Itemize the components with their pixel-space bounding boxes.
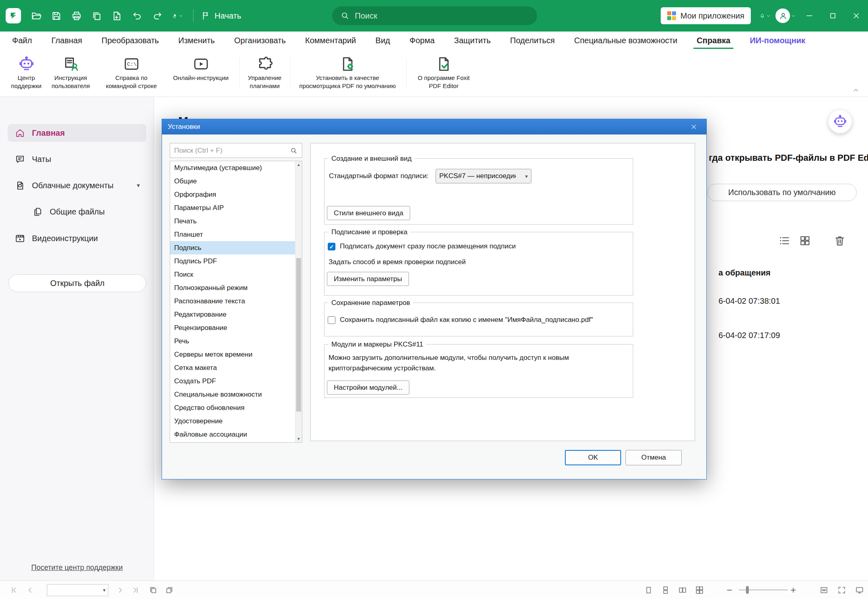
category-item[interactable]: Полноэкранный режим: [170, 281, 302, 294]
module-settings-button[interactable]: Настройки модулей...: [327, 380, 409, 395]
open-folder-icon[interactable]: [27, 7, 44, 24]
menu-item-form[interactable]: Форма: [400, 32, 444, 50]
dialog-search[interactable]: [170, 143, 302, 158]
scrollbar[interactable]: ▲ ▼: [295, 161, 302, 442]
presentation-icon[interactable]: [853, 584, 866, 596]
category-item[interactable]: Планшет: [170, 228, 302, 241]
category-item[interactable]: Речь: [170, 334, 302, 348]
new-page-icon[interactable]: [108, 7, 125, 24]
category-item-signature[interactable]: Подпись: [170, 241, 302, 254]
ribbon-support-center[interactable]: Центр поддержки: [7, 52, 46, 90]
redo-icon[interactable]: [149, 7, 166, 24]
zoom-slider-thumb[interactable]: [746, 586, 749, 594]
menu-item-help[interactable]: Справка: [687, 32, 740, 50]
category-item[interactable]: Общие: [170, 174, 302, 188]
category-item[interactable]: Подпись PDF: [170, 254, 302, 268]
menu-item-convert[interactable]: Преобразовать: [92, 32, 169, 50]
page-number-input[interactable]: [50, 586, 94, 594]
ribbon-about[interactable]: О программе Foxit PDF Editor: [413, 52, 474, 90]
chevron-down-icon[interactable]: ▾: [137, 182, 140, 189]
first-page-icon[interactable]: [8, 584, 20, 596]
checkbox-unchecked[interactable]: [328, 316, 335, 324]
category-item[interactable]: Рецензирование: [170, 321, 302, 334]
menu-item-file[interactable]: Файл: [2, 32, 42, 50]
category-item[interactable]: Печать: [170, 214, 302, 228]
last-page-icon[interactable]: [129, 584, 141, 596]
hand-tool-icon[interactable]: [169, 7, 186, 24]
global-search-input[interactable]: [355, 11, 508, 21]
menu-item-edit[interactable]: Изменить: [169, 32, 224, 50]
zoom-out-icon[interactable]: −: [724, 581, 735, 599]
ok-button[interactable]: OK: [565, 450, 621, 465]
ribbon-set-default-viewer[interactable]: Установить в качестве просмотрщика PDF п…: [295, 52, 400, 90]
ribbon-manage-plugins[interactable]: Управление плагинами: [242, 52, 287, 90]
next-page-icon[interactable]: [114, 584, 126, 596]
page-number-box[interactable]: ▾: [47, 584, 108, 596]
copy-icon[interactable]: [88, 7, 105, 24]
fit-page-icon[interactable]: [818, 584, 830, 596]
category-item[interactable]: Создать PDF: [170, 374, 302, 388]
close-button[interactable]: [845, 0, 868, 32]
change-settings-button[interactable]: Изменить параметры: [327, 272, 409, 286]
open-file-button[interactable]: Открыть файл: [8, 274, 146, 292]
sidebar-item-home[interactable]: Главная: [8, 124, 146, 142]
sidebar-item-cloud-documents[interactable]: Облачные документы ▾: [8, 177, 146, 194]
undo-icon[interactable]: [129, 7, 145, 24]
continuous-view-icon[interactable]: [659, 584, 672, 596]
trash-icon[interactable]: [834, 235, 846, 247]
category-item[interactable]: Мультимедиа (устаревшие): [170, 161, 302, 174]
category-item[interactable]: Поиск: [170, 268, 302, 281]
dialog-close-button[interactable]: [687, 121, 701, 133]
menu-item-accessibility[interactable]: Специальные возможности: [565, 32, 687, 50]
scroll-down-icon[interactable]: ▼: [295, 435, 302, 442]
support-center-link[interactable]: Посетите центр поддержки: [0, 563, 154, 572]
sidebar-item-chats[interactable]: Чаты: [8, 151, 146, 167]
sign-immediately-checkbox-row[interactable]: Подписать документ сразу после размещени…: [328, 242, 516, 250]
fullscreen-icon[interactable]: [836, 584, 848, 596]
collapse-ribbon-button[interactable]: [850, 86, 862, 95]
category-item[interactable]: Серверы меток времени: [170, 348, 302, 361]
save-icon[interactable]: [48, 7, 65, 24]
sidebar-item-video-tutorials[interactable]: Видеоинструкции: [8, 230, 146, 246]
scrollbar-thumb[interactable]: [296, 258, 301, 412]
minimize-button[interactable]: [798, 0, 821, 32]
category-item[interactable]: Файловые ассоциации: [170, 428, 302, 441]
my-apps-button[interactable]: Мои приложения: [661, 7, 751, 24]
previous-page-icon[interactable]: [24, 584, 36, 596]
category-item[interactable]: Сетка макета: [170, 361, 302, 374]
start-button[interactable]: Начать: [201, 11, 241, 21]
category-item[interactable]: Параметры AIP: [170, 201, 302, 214]
ribbon-online-tutorials[interactable]: Онлайн-инструкции: [166, 52, 235, 82]
signature-format-dropdown[interactable]: PKCS#7 — неприсоедине ▾: [436, 169, 531, 183]
use-as-default-button[interactable]: Использовать по умолчанию: [707, 184, 857, 201]
menu-item-home[interactable]: Главная: [42, 32, 92, 50]
ai-assistant-fab[interactable]: [828, 110, 852, 133]
ribbon-cmdline-help[interactable]: C:\ Справка по командной строке: [101, 52, 162, 90]
appearance-styles-button[interactable]: Стили внешнего вида: [327, 206, 410, 220]
global-search[interactable]: [332, 6, 537, 25]
single-page-view-icon[interactable]: [643, 584, 655, 596]
category-item[interactable]: Орфография: [170, 188, 302, 201]
checkbox-checked[interactable]: [328, 243, 335, 250]
category-item[interactable]: Специальные возможности: [170, 388, 302, 401]
previous-view-icon[interactable]: [147, 584, 159, 596]
sidebar-item-shared-files[interactable]: Общие файлы: [8, 204, 146, 220]
cancel-button[interactable]: Отмена: [626, 450, 682, 465]
category-item[interactable]: Удостоверение: [170, 414, 302, 428]
facing-view-icon[interactable]: [676, 584, 689, 596]
notifications-button[interactable]: [756, 7, 773, 24]
list-view-icon[interactable]: [778, 235, 790, 247]
ribbon-user-manual[interactable]: Инструкция пользователя: [46, 52, 95, 90]
menu-item-protect[interactable]: Защитить: [445, 32, 501, 50]
menu-item-comment[interactable]: Комментарий: [295, 32, 366, 50]
scroll-up-icon[interactable]: ▲: [295, 161, 302, 168]
save-signed-copy-checkbox-row[interactable]: Сохранить подписанный файл как копию с и…: [328, 316, 593, 324]
maximize-button[interactable]: [821, 0, 845, 32]
menu-item-view[interactable]: Вид: [366, 32, 400, 50]
menu-item-ai-assistant[interactable]: ИИ-помощник: [740, 32, 815, 50]
next-view-icon[interactable]: [163, 584, 175, 596]
category-item[interactable]: Распознавание текста: [170, 294, 302, 308]
zoom-in-icon[interactable]: +: [788, 581, 798, 599]
category-item[interactable]: Средство обновления: [170, 401, 302, 414]
grid-view-icon[interactable]: [799, 235, 811, 247]
